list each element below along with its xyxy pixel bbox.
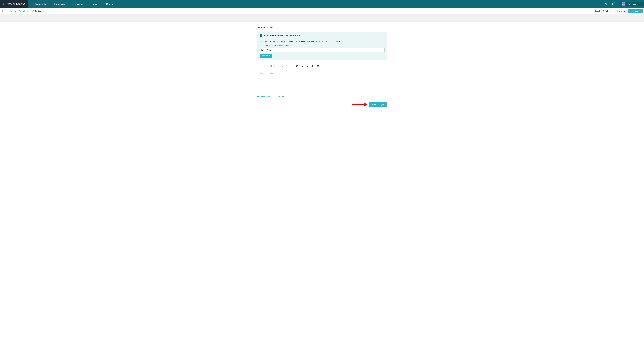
sweetai-prompt-input[interactable]: [260, 48, 384, 52]
italic-button[interactable]: I: [264, 64, 268, 68]
subbar-actions: Saved Actions View Version Approve ▼: [592, 9, 643, 13]
embed-video-label: Embed Video: [260, 96, 270, 98]
sweetai-heading-label: Have SweetAI write this document: [264, 34, 302, 37]
caret-down-icon: ▼: [640, 10, 642, 12]
editor-textarea[interactable]: [257, 69, 387, 94]
save-changes-button[interactable]: Save changes: [369, 102, 387, 107]
insert-image-button[interactable]: [296, 64, 299, 68]
approve-label: Approve: [632, 10, 638, 12]
user-menu[interactable]: CO Chris Odogwu ⌄: [620, 2, 644, 6]
nav-more[interactable]: More▼: [102, 0, 117, 8]
nav-processes[interactable]: Processes: [70, 0, 88, 8]
sweetai-notes-list: This may take a minute to complete.: [264, 44, 384, 46]
main-content: POLICY CONTENT Have SweetAI write this d…: [256, 26, 388, 107]
actions-button-label: Actions: [605, 10, 610, 12]
main-nav: Documents Procedures Processes Tasks Mor…: [28, 0, 117, 8]
write-policy-button[interactable]: Write policy: [260, 54, 272, 58]
sweetai-note-1: This may take a minute to complete.: [264, 44, 384, 46]
brand-box[interactable]: SweetProcess: [0, 0, 28, 8]
attach-file-link[interactable]: Attach File: [273, 96, 284, 98]
sweetai-description: Use Sweet Artificial Intelligence to wri…: [260, 40, 384, 42]
brand: SweetProcess: [2, 2, 25, 6]
sub-bar: › Policies › Safety Policy › Editing Sav…: [0, 8, 644, 14]
chevron-down-icon: ▼: [112, 3, 113, 5]
sweetai-heading: Have SweetAI write this document: [260, 34, 384, 38]
view-version-label: View Version: [616, 10, 626, 12]
insert-link-button[interactable]: [306, 64, 309, 68]
upload-icon: [260, 34, 262, 37]
nav-more-label: More: [106, 3, 111, 5]
top-navbar: SweetProcess Documents Procedures Proces…: [0, 0, 644, 8]
breadcrumb-policy-name[interactable]: Safety Policy: [19, 10, 29, 12]
view-version-button[interactable]: View Version: [612, 9, 627, 13]
breadcrumb-separator: ›: [5, 10, 5, 12]
embed-video-link[interactable]: Embed Video: [257, 96, 270, 98]
breadcrumb-editing: Editing: [32, 10, 41, 12]
brand-logo-icon: [2, 3, 5, 5]
saved-label: Saved: [595, 10, 600, 12]
caret-down-icon: ▼: [282, 66, 283, 67]
brand-text-bold: Process: [14, 2, 25, 6]
pencil-icon: [32, 10, 34, 12]
unordered-list-button[interactable]: ▼: [280, 64, 283, 68]
actions-button[interactable]: Actions: [601, 9, 612, 13]
notifications-badge: 2: [614, 2, 616, 3]
sweetai-panel: Have SweetAI write this document Use Swe…: [257, 32, 387, 60]
rich-text-editor: B I U ▼ ▼ ▼: [257, 63, 387, 94]
breadcrumb-separator: ›: [30, 10, 31, 12]
nav-documents[interactable]: Documents: [31, 0, 50, 8]
breadcrumb-editing-label: Editing: [35, 10, 41, 12]
insert-table-button[interactable]: [311, 64, 314, 68]
user-name: Chris Odogwu: [627, 3, 639, 5]
search-icon[interactable]: [604, 2, 608, 6]
notifications-icon[interactable]: 2: [611, 2, 615, 6]
editor-toolbar: B I U ▼ ▼ ▼: [257, 63, 387, 69]
breadcrumb: › Policies › Safety Policy › Editing: [1, 10, 41, 12]
brand-text-thin: Sweet: [6, 2, 14, 6]
approve-split-button: Approve ▼: [628, 9, 643, 13]
editor-under-links: Embed Video Attach File: [257, 96, 387, 98]
annotation-arrow: [352, 102, 372, 107]
save-bar: Save changes: [257, 102, 387, 107]
underline-button[interactable]: U: [269, 64, 272, 68]
breadcrumb-separator: ›: [17, 10, 18, 12]
saved-status: Saved: [592, 10, 600, 12]
breadcrumb-policies[interactable]: Policies: [6, 10, 16, 12]
folder-icon: [6, 10, 9, 12]
header-gray-band: [0, 14, 644, 22]
chevron-down-icon: ⌄: [640, 3, 642, 5]
open-external-button[interactable]: [316, 64, 320, 68]
topbar-right: 2 CO Chris Odogwu ⌄: [604, 0, 644, 8]
caret-down-icon: ▼: [287, 66, 288, 67]
approve-button[interactable]: Approve: [628, 9, 639, 13]
nav-procedures[interactable]: Procedures: [50, 0, 69, 8]
approve-dropdown-toggle[interactable]: ▼: [639, 9, 643, 13]
insert-video-button[interactable]: [301, 64, 304, 68]
section-title: POLICY CONTENT: [257, 26, 387, 30]
paragraph-format-button[interactable]: ▼: [285, 64, 288, 68]
breadcrumb-policies-label: Policies: [10, 10, 16, 12]
avatar: CO: [622, 2, 626, 6]
attach-file-label: Attach File: [275, 96, 284, 98]
ordered-list-button[interactable]: ▼: [274, 64, 278, 68]
nav-tasks[interactable]: Tasks: [88, 0, 102, 8]
bold-button[interactable]: B: [259, 64, 262, 68]
home-icon[interactable]: [1, 10, 3, 12]
caret-down-icon: ▼: [277, 66, 278, 67]
